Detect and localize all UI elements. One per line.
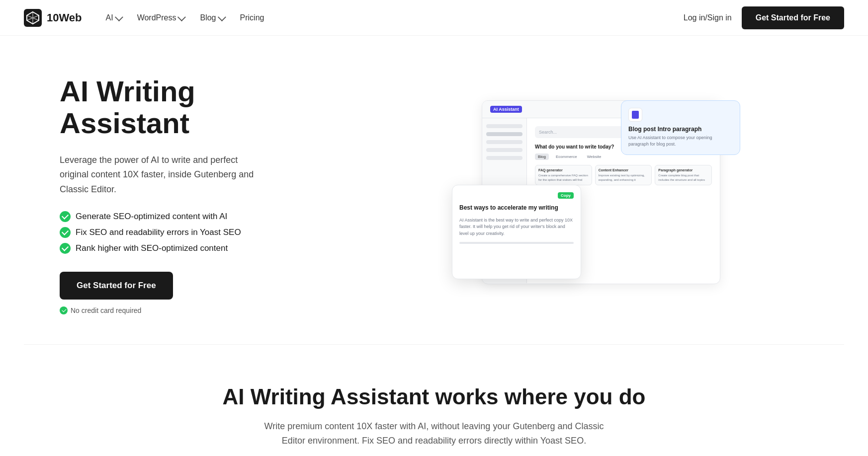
mockup-card-2-body: Improve existing text by optimizing, exp… [599, 173, 649, 182]
mockup-blog-card: Copy Best ways to accelerate my writing … [452, 185, 581, 279]
blog-card-copy-button[interactable]: Copy [558, 192, 574, 199]
hero-feature-2-text: Fix SEO and readability errors in Yoast … [76, 228, 241, 237]
right-card-subtitle: Use AI Assistant to compose your opening… [628, 135, 733, 147]
hero-feature-1-text: Generate SEO-optimized content with AI [76, 212, 227, 222]
mockup-card-2-title: Content Enhancer [599, 168, 649, 172]
mockup-card-3-title: Paragraph generator [658, 168, 708, 172]
logo-text: 10Web [47, 11, 82, 24]
mockup-card-2: Content Enhancer Improve existing text b… [595, 165, 652, 185]
hero-description: Leverage the power of AI to write and pe… [60, 153, 268, 197]
mockup-card-3: Paragraph generator Create complete blog… [655, 165, 712, 185]
blog-card-bottom-bar [459, 242, 574, 244]
nav-item-pricing-label: Pricing [240, 13, 264, 22]
nav-item-blog-label: Blog [200, 13, 216, 22]
hero-feature-3: Rank higher with SEO-optimized content [60, 243, 318, 254]
hero-cta-button[interactable]: Get Started for Free [60, 272, 173, 300]
navbar-left: 10Web AI WordPress Blog [24, 9, 270, 27]
hero-features-list: Generate SEO-optimized content with AI F… [60, 211, 318, 254]
mockup-container: AI Assistant Search... What do y [452, 95, 740, 294]
mockup-sidebar-item-1 [486, 124, 522, 128]
mockup-sidebar-item-5 [486, 156, 522, 160]
section-works: AI Writing Assistant works where you do … [0, 345, 868, 456]
section-works-title: AI Writing Assistant works where you do [24, 384, 844, 409]
mockup-card-1: FAQ generator Create a comprehensive FAQ… [535, 165, 592, 185]
mockup-sidebar-item-4 [486, 148, 522, 152]
section-works-subtitle: Write premium content 10X faster with AI… [260, 419, 608, 449]
mockup-cards-grid: FAQ generator Create a comprehensive FAQ… [535, 165, 712, 185]
chevron-down-icon [177, 13, 186, 21]
chevron-down-icon [115, 13, 123, 21]
nav-item-wordpress[interactable]: WordPress [131, 9, 190, 26]
hero-feature-2: Fix SEO and readability errors in Yoast … [60, 227, 318, 238]
hero-section: AI Writing Assistant Leverage the power … [0, 36, 868, 344]
no-card-text: No credit card required [71, 306, 141, 314]
hero-image: AI Assistant Search... What do y [348, 90, 844, 299]
no-card-notice: No credit card required [60, 306, 318, 314]
mockup-tab-blog: Blog [535, 153, 549, 160]
login-link[interactable]: Log in/Sign in [684, 13, 732, 22]
chevron-down-icon [217, 13, 226, 21]
nav-item-ai-label: AI [106, 13, 113, 22]
mockup-card-3-body: Create complete blog post that includes … [658, 173, 708, 182]
mockup-tab-website: Website [584, 153, 605, 160]
right-card-icon [628, 108, 642, 122]
nav-item-wordpress-label: WordPress [137, 13, 176, 22]
check-circle-icon-1 [60, 211, 71, 222]
hero-feature-3-text: Rank higher with SEO-optimized content [76, 243, 228, 253]
mockup-badge: AI Assistant [490, 106, 522, 113]
nav-item-blog[interactable]: Blog [194, 9, 230, 26]
hero-content: AI Writing Assistant Leverage the power … [60, 76, 318, 314]
mockup-tab-ecommerce: Ecommerce [553, 153, 580, 160]
hero-feature-1: Generate SEO-optimized content with AI [60, 211, 318, 222]
hero-title: AI Writing Assistant [60, 76, 318, 139]
mockup-sidebar-item-3 [486, 140, 522, 144]
nav-item-pricing[interactable]: Pricing [234, 9, 270, 26]
blog-card-title: Best ways to accelerate my writing [459, 204, 574, 212]
mockup-right-card: Blog post Intro paragraph Use AI Assista… [621, 100, 740, 154]
right-card-title: Blog post Intro paragraph [628, 126, 733, 133]
blog-card-text: AI Assistant is the best way to write an… [459, 217, 574, 237]
logo[interactable]: 10Web [24, 9, 82, 27]
nav-item-ai[interactable]: AI [100, 9, 127, 26]
nav-links: AI WordPress Blog Pricing [100, 9, 270, 26]
hero-cta-area: Get Started for Free No credit card requ… [60, 272, 318, 314]
no-card-check-icon [60, 306, 68, 314]
document-icon [632, 111, 639, 119]
mockup-sidebar-item-2 [486, 132, 522, 136]
navbar-right: Log in/Sign in Get Started for Free [684, 6, 844, 29]
mockup-card-1-title: FAQ generator [538, 168, 589, 172]
logo-icon [24, 9, 42, 27]
navbar: 10Web AI WordPress Blog [0, 0, 868, 36]
mockup-card-1-body: Create a comprehensive FAQ section for t… [538, 173, 589, 182]
check-circle-icon-3 [60, 243, 71, 254]
nav-cta-button[interactable]: Get Started for Free [742, 6, 844, 29]
check-circle-icon-2 [60, 227, 71, 238]
mockup-search-text: Search... [539, 130, 557, 135]
